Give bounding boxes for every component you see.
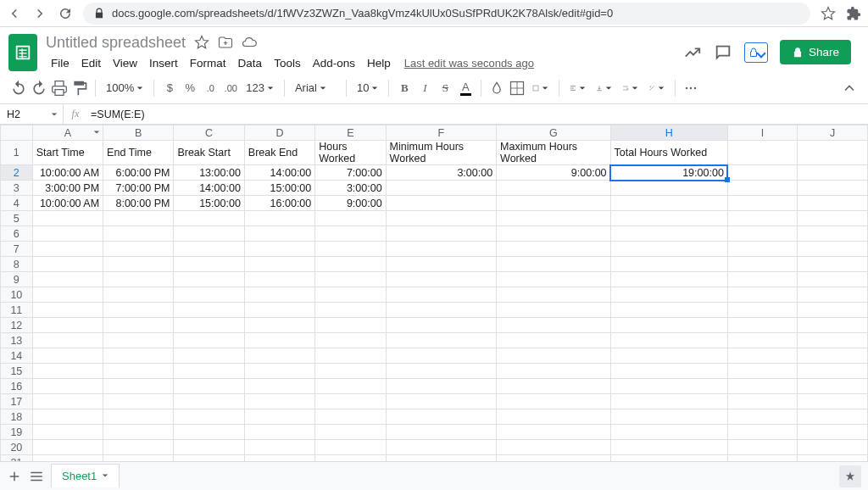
- cell[interactable]: [103, 425, 174, 440]
- cell[interactable]: [386, 181, 496, 196]
- cell[interactable]: [244, 257, 314, 272]
- cell[interactable]: [610, 211, 727, 226]
- row-header[interactable]: 4: [1, 196, 33, 211]
- cell[interactable]: [497, 409, 610, 425]
- cell[interactable]: [386, 409, 496, 425]
- cell[interactable]: [244, 348, 314, 364]
- row-header[interactable]: 3: [1, 181, 33, 196]
- cell[interactable]: Break Start: [174, 141, 244, 165]
- cloud-status-icon[interactable]: [242, 35, 257, 50]
- cell[interactable]: [32, 287, 103, 303]
- select-all-corner[interactable]: [1, 125, 33, 141]
- cell[interactable]: [32, 303, 103, 318]
- cell[interactable]: [798, 141, 868, 165]
- cell[interactable]: [103, 287, 174, 303]
- explore-button[interactable]: [839, 465, 861, 487]
- cell[interactable]: [497, 257, 610, 272]
- cell[interactable]: 8:00:00 PM: [103, 196, 174, 211]
- column-header-H[interactable]: H: [610, 125, 727, 141]
- cell[interactable]: [244, 242, 314, 257]
- cell[interactable]: [497, 272, 610, 287]
- cell[interactable]: [32, 318, 103, 333]
- cell[interactable]: End Time: [103, 141, 174, 165]
- extensions-icon[interactable]: [846, 6, 861, 21]
- cell[interactable]: 9:00:00: [315, 196, 386, 211]
- zoom-dropdown[interactable]: 100%: [103, 80, 147, 96]
- row-header[interactable]: 15: [1, 364, 33, 379]
- v-align-dropdown[interactable]: [593, 83, 615, 93]
- font-size-dropdown[interactable]: 10: [353, 80, 381, 96]
- cell[interactable]: [315, 287, 386, 303]
- cell[interactable]: [727, 165, 798, 181]
- row-header[interactable]: 2: [1, 165, 33, 181]
- sheet-tab[interactable]: Sheet1: [51, 464, 120, 487]
- cell[interactable]: [497, 364, 610, 379]
- star-icon[interactable]: [821, 6, 836, 21]
- cell[interactable]: [174, 287, 244, 303]
- cell[interactable]: [798, 181, 868, 196]
- menu-item-format[interactable]: Format: [185, 54, 231, 72]
- cell[interactable]: 6:00:00 PM: [103, 165, 174, 181]
- row-header[interactable]: 18: [1, 409, 33, 425]
- cell[interactable]: [386, 287, 496, 303]
- menu-item-file[interactable]: File: [46, 54, 75, 72]
- merge-cells-dropdown[interactable]: [529, 83, 552, 93]
- menu-item-add-ons[interactable]: Add-ons: [308, 54, 360, 72]
- cell[interactable]: [32, 440, 103, 455]
- cell[interactable]: [610, 348, 727, 364]
- cell[interactable]: [610, 181, 727, 196]
- cell[interactable]: [610, 394, 727, 409]
- cell[interactable]: [610, 425, 727, 440]
- cell[interactable]: [315, 425, 386, 440]
- cell[interactable]: [315, 272, 386, 287]
- cell[interactable]: [315, 364, 386, 379]
- cell[interactable]: 10:00:00 AM: [32, 196, 103, 211]
- cell[interactable]: Start Time: [32, 141, 103, 165]
- cell[interactable]: [386, 257, 496, 272]
- row-header[interactable]: 9: [1, 272, 33, 287]
- cell[interactable]: [497, 226, 610, 242]
- italic-icon[interactable]: I: [416, 80, 433, 97]
- redo-icon[interactable]: [31, 80, 47, 97]
- cell[interactable]: [727, 379, 798, 394]
- percent-icon[interactable]: %: [181, 80, 198, 97]
- cell[interactable]: [174, 303, 244, 318]
- cell[interactable]: [497, 242, 610, 257]
- back-icon[interactable]: [7, 6, 22, 21]
- cell[interactable]: [244, 272, 314, 287]
- decrease-decimal-icon[interactable]: .0: [202, 80, 219, 97]
- forward-icon[interactable]: [32, 6, 47, 21]
- cell[interactable]: [798, 257, 868, 272]
- cell[interactable]: [315, 303, 386, 318]
- cell[interactable]: [497, 211, 610, 226]
- cell[interactable]: [174, 394, 244, 409]
- add-sheet-icon[interactable]: [7, 469, 22, 484]
- cell[interactable]: [174, 272, 244, 287]
- cell[interactable]: [610, 364, 727, 379]
- cell[interactable]: 19:00:00: [610, 165, 727, 181]
- cell[interactable]: [315, 226, 386, 242]
- cell[interactable]: [32, 226, 103, 242]
- cell[interactable]: [32, 425, 103, 440]
- cell[interactable]: [315, 379, 386, 394]
- cell[interactable]: [727, 364, 798, 379]
- cell[interactable]: [798, 211, 868, 226]
- cell[interactable]: [103, 348, 174, 364]
- cell[interactable]: [798, 226, 868, 242]
- cell[interactable]: [610, 440, 727, 455]
- cell[interactable]: [727, 141, 798, 165]
- cell[interactable]: [244, 364, 314, 379]
- cell[interactable]: [174, 409, 244, 425]
- cell[interactable]: [174, 440, 244, 455]
- paint-format-icon[interactable]: [71, 80, 88, 97]
- cell[interactable]: [497, 333, 610, 348]
- cell[interactable]: [32, 409, 103, 425]
- sheets-logo[interactable]: [8, 34, 37, 71]
- cell[interactable]: [727, 272, 798, 287]
- doc-title[interactable]: Untitled spreadsheet: [46, 34, 186, 52]
- menu-item-view[interactable]: View: [108, 54, 142, 72]
- menu-item-data[interactable]: Data: [233, 54, 268, 72]
- cell[interactable]: [727, 409, 798, 425]
- activity-icon[interactable]: [683, 43, 702, 62]
- cell[interactable]: [32, 211, 103, 226]
